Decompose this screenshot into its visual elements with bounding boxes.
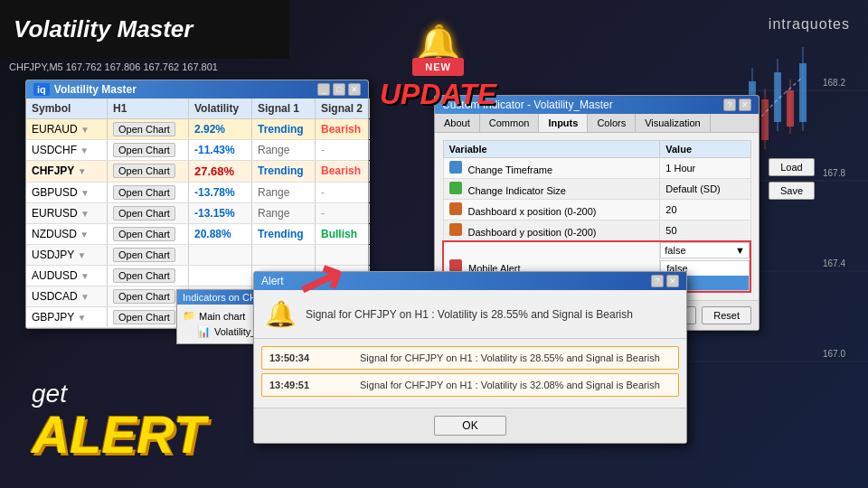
- signal2-cell: -: [316, 203, 370, 223]
- param-icon: [449, 259, 462, 272]
- alert-timestamp: 13:50:34: [269, 352, 351, 363]
- signal2-cell: -: [316, 140, 370, 160]
- table-row: GBPUSD ▼ Open Chart -13.78% Range -: [26, 183, 368, 203]
- action-cell[interactable]: Open Chart: [108, 183, 189, 202]
- symbol-cell: EURUSD ▼: [26, 203, 108, 223]
- param-name: Dashboard x position (0-200): [443, 200, 660, 221]
- table-row: NZDUSD ▼ Open Chart 20.88% Trending Bull…: [26, 224, 368, 245]
- svg-text:167.8: 167.8: [823, 168, 845, 178]
- svg-text:167.0: 167.0: [823, 349, 845, 359]
- tab-colors[interactable]: Colors: [588, 114, 636, 132]
- tab-about[interactable]: About: [435, 114, 480, 132]
- close-button[interactable]: ✕: [739, 99, 751, 111]
- get-alert-section: get ALERT: [32, 380, 205, 461]
- minimize-button[interactable]: _: [317, 83, 330, 96]
- symbol-cell: NZDUSD ▼: [26, 224, 108, 244]
- panel-titlebar: iq Volatility Master _ □ ✕: [26, 80, 368, 99]
- param-icon: [449, 161, 462, 174]
- symbol-cell: GBPUSD ▼: [26, 183, 108, 202]
- tab-visualization[interactable]: Visualization: [636, 114, 711, 132]
- maximize-button[interactable]: □: [333, 83, 345, 96]
- action-cell[interactable]: Open Chart: [108, 119, 189, 139]
- col-timeframe: H1: [108, 99, 189, 118]
- param-value[interactable]: 1 Hour: [660, 158, 750, 179]
- alert-header-message: Signal for CHFJPY on H1 : Volatility is …: [306, 308, 633, 321]
- indicator-icon: 📊: [197, 325, 211, 338]
- col-volatility: Volatility: [189, 99, 252, 118]
- load-button[interactable]: Load: [769, 158, 815, 176]
- alert-help-button[interactable]: ?: [651, 275, 664, 287]
- table-row: CHFJPY ▼ Open Chart 27.68% Trending Bear…: [26, 161, 368, 183]
- table-row: EURUSD ▼ Open Chart -13.15% Range -: [26, 203, 368, 224]
- ticker-bar: CHFJPY,M5 167.762 167.806 167.762 167.80…: [9, 61, 218, 72]
- col-value: Value: [660, 141, 750, 158]
- alert-bell-icon: 🔔: [265, 299, 297, 329]
- alert-list: 13:50:34 Signal for CHFJPY on H1 : Volat…: [254, 339, 686, 408]
- param-icon: [449, 223, 462, 236]
- action-cell[interactable]: Open Chart: [108, 140, 189, 160]
- action-cell[interactable]: Open Chart: [108, 224, 189, 244]
- tab-inputs[interactable]: Inputs: [539, 114, 588, 132]
- update-badge: 🔔 NEW UPDATE: [380, 23, 496, 111]
- param-icon: [449, 182, 462, 194]
- table-row: EURAUD ▼ Open Chart 2.92% Trending Beari…: [26, 119, 368, 140]
- symbol-cell: USDJPY ▼: [26, 245, 108, 265]
- signal2-cell: Bullish: [316, 224, 370, 244]
- alert-text: Signal for CHFJPY on H1 : Volatility is …: [360, 352, 671, 363]
- action-cell[interactable]: Open Chart: [108, 266, 189, 286]
- action-cell[interactable]: Open Chart: [108, 245, 189, 265]
- param-icon: [449, 202, 462, 215]
- new-label: NEW: [412, 58, 464, 76]
- signal2-cell: Bearish: [316, 161, 370, 182]
- param-value[interactable]: 20: [660, 200, 750, 221]
- symbol-cell: USDCHF ▼: [26, 140, 108, 160]
- volatility-cell: -13.78%: [189, 183, 252, 202]
- app-title: Volatility Master: [14, 15, 193, 43]
- col-variable: Variable: [443, 141, 660, 158]
- volatility-cell: 20.88%: [189, 224, 252, 244]
- tab-common[interactable]: Common: [480, 114, 540, 132]
- alert-timestamp: 13:49:51: [269, 380, 351, 390]
- symbol-cell: USDCAD ▼: [26, 286, 108, 306]
- param-row: Dashboard x position (0-200) 20: [443, 200, 750, 221]
- param-row: Change Indicator Size Default (SD): [443, 179, 750, 200]
- action-cell[interactable]: Open Chart: [108, 161, 189, 182]
- alert-ok-button[interactable]: OK: [434, 416, 505, 436]
- alert-big-label: ALERT: [32, 408, 205, 461]
- signal1-cell: Trending: [252, 119, 316, 139]
- param-row: Dashboard y position (0-200) 50: [443, 221, 750, 242]
- custom-panel-tabs: About Common Inputs Colors Visualization: [435, 114, 759, 133]
- alert-title: Alert: [261, 275, 284, 287]
- signal2-cell: -: [316, 183, 370, 202]
- update-label: UPDATE: [380, 78, 496, 111]
- param-name: Change Indicator Size: [443, 179, 660, 200]
- param-row: Change Timeframe 1 Hour: [443, 158, 750, 179]
- save-button[interactable]: Save: [769, 182, 815, 200]
- close-button[interactable]: ✕: [348, 83, 361, 96]
- alert-close-button[interactable]: ✕: [666, 275, 679, 287]
- dropdown-arrow: ▼: [735, 245, 745, 256]
- param-name: Dashboard y position (0-200): [443, 221, 660, 242]
- signal1-cell: Range: [252, 203, 316, 223]
- svg-text:168.2: 168.2: [823, 78, 845, 88]
- action-cell[interactable]: Open Chart: [108, 203, 189, 223]
- param-value[interactable]: 50: [660, 221, 750, 242]
- params-table: Variable Value Change Timeframe 1 Hour: [442, 140, 751, 293]
- top-banner: Volatility Master: [0, 0, 289, 59]
- iq-logo: iq: [33, 83, 50, 96]
- volatility-cell: -13.15%: [189, 203, 252, 223]
- alert-controls: ? ✕: [651, 275, 679, 287]
- signal1-cell: Range: [252, 140, 316, 160]
- alert-text: Signal for CHFJPY on H1 : Volatility is …: [360, 380, 671, 390]
- reset-button[interactable]: Reset: [702, 306, 751, 324]
- custom-panel-controls: ? ✕: [723, 99, 751, 111]
- svg-text:167.4: 167.4: [823, 258, 845, 268]
- param-value[interactable]: Default (SD): [660, 179, 750, 200]
- alert-item: 13:49:51 Signal for CHFJPY on H1 : Volat…: [261, 373, 679, 397]
- panel-controls: _ □ ✕: [317, 83, 361, 96]
- col-symbol: Symbol: [26, 99, 108, 118]
- folder-icon: 📁: [183, 310, 195, 322]
- signal2-cell: Bearish: [316, 119, 370, 139]
- help-button[interactable]: ?: [723, 99, 736, 111]
- symbol-cell: GBPJPY ▼: [26, 307, 108, 327]
